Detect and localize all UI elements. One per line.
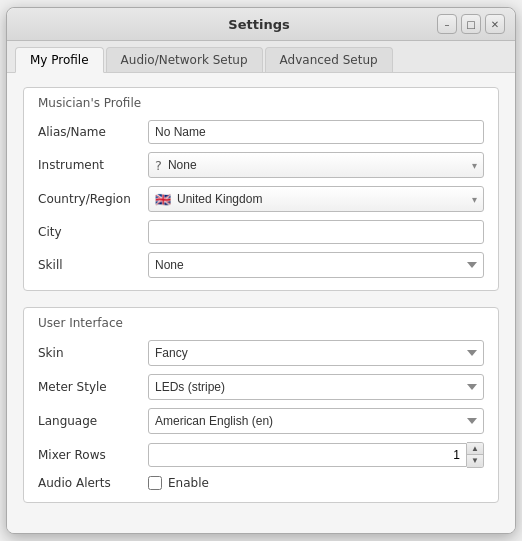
minimize-button[interactable]: – xyxy=(437,14,457,34)
window-title: Settings xyxy=(81,17,437,32)
musician-profile-title: Musician's Profile xyxy=(38,96,484,110)
mixer-rows-label: Mixer Rows xyxy=(38,448,148,462)
skill-select[interactable]: None Beginner Intermediate Advanced Expe… xyxy=(148,252,484,278)
tab-my-profile[interactable]: My Profile xyxy=(15,47,104,73)
settings-window: Settings – □ ✕ My Profile Audio/Network … xyxy=(6,7,516,534)
language-select[interactable]: American English (en) British English (e… xyxy=(148,408,484,434)
meter-label: Meter Style xyxy=(38,380,148,394)
maximize-button[interactable]: □ xyxy=(461,14,481,34)
user-interface-section: User Interface Skin Fancy Classic Dark M… xyxy=(23,307,499,503)
instrument-row: Instrument ? None ▾ xyxy=(38,152,484,178)
audio-alerts-row: Audio Alerts Enable xyxy=(38,476,484,490)
tab-advanced-setup[interactable]: Advanced Setup xyxy=(265,47,393,72)
instrument-icon: ? xyxy=(149,158,168,173)
tab-audio-network[interactable]: Audio/Network Setup xyxy=(106,47,263,72)
country-select-wrapper: 🇬🇧 United Kingdom ▾ xyxy=(148,186,484,212)
close-button[interactable]: ✕ xyxy=(485,14,505,34)
country-label: Country/Region xyxy=(38,192,148,206)
meter-select[interactable]: LEDs (stripe) LEDs (solid) Classic xyxy=(148,374,484,400)
alias-row: Alias/Name xyxy=(38,120,484,144)
mixer-rows-input[interactable] xyxy=(148,443,467,467)
spinner-buttons: ▲ ▼ xyxy=(467,442,484,468)
city-input[interactable] xyxy=(148,220,484,244)
tab-content: Musician's Profile Alias/Name Instrument… xyxy=(7,73,515,533)
country-select[interactable]: United Kingdom xyxy=(177,187,466,211)
audio-alerts-label: Audio Alerts xyxy=(38,476,148,490)
titlebar: Settings – □ ✕ xyxy=(7,8,515,41)
alias-label: Alias/Name xyxy=(38,125,148,139)
user-interface-title: User Interface xyxy=(38,316,484,330)
tab-bar: My Profile Audio/Network Setup Advanced … xyxy=(7,41,515,73)
instrument-select-wrapper: ? None ▾ xyxy=(148,152,484,178)
country-row: Country/Region 🇬🇧 United Kingdom ▾ xyxy=(38,186,484,212)
skill-label: Skill xyxy=(38,258,148,272)
audio-alerts-checkbox[interactable] xyxy=(148,476,162,490)
skill-row: Skill None Beginner Intermediate Advance… xyxy=(38,252,484,278)
country-arrow-icon: ▾ xyxy=(466,194,483,205)
mixer-rows-row: Mixer Rows ▲ ▼ xyxy=(38,442,484,468)
skin-row: Skin Fancy Classic Dark xyxy=(38,340,484,366)
instrument-select[interactable]: None xyxy=(168,153,466,177)
musician-profile-section: Musician's Profile Alias/Name Instrument… xyxy=(23,87,499,291)
city-row: City xyxy=(38,220,484,244)
spinner-down-button[interactable]: ▼ xyxy=(467,455,483,467)
city-label: City xyxy=(38,225,148,239)
audio-alerts-enable-label[interactable]: Enable xyxy=(168,476,209,490)
skin-select[interactable]: Fancy Classic Dark xyxy=(148,340,484,366)
audio-alerts-checkbox-row: Enable xyxy=(148,476,209,490)
meter-row: Meter Style LEDs (stripe) LEDs (solid) C… xyxy=(38,374,484,400)
skin-label: Skin xyxy=(38,346,148,360)
instrument-arrow-icon: ▾ xyxy=(466,160,483,171)
language-label: Language xyxy=(38,414,148,428)
spinner-up-button[interactable]: ▲ xyxy=(467,443,483,455)
language-row: Language American English (en) British E… xyxy=(38,408,484,434)
mixer-rows-spinner: ▲ ▼ xyxy=(148,442,484,468)
window-controls: – □ ✕ xyxy=(437,14,505,34)
country-flag: 🇬🇧 xyxy=(149,192,177,207)
instrument-label: Instrument xyxy=(38,158,148,172)
alias-input[interactable] xyxy=(148,120,484,144)
